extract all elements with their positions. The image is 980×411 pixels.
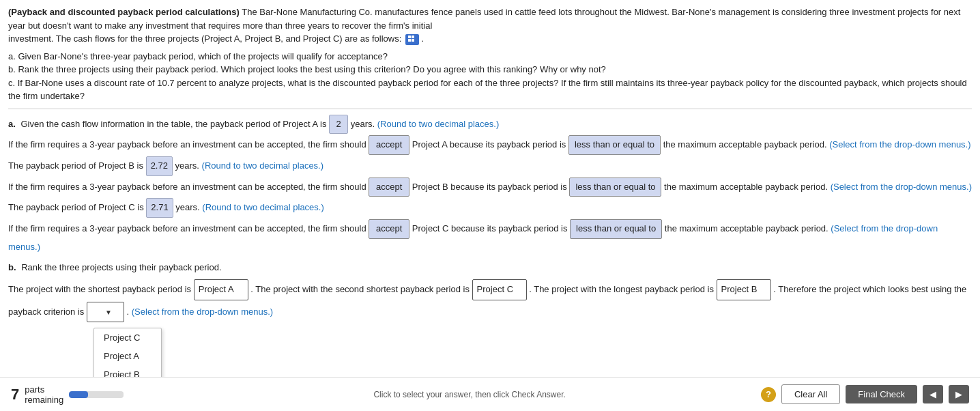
q4-mid: Project B because its payback period is xyxy=(412,182,567,192)
qb3-hint: (Select from the drop-down menus.) xyxy=(132,307,273,317)
dropdown-menu: Project C Project A Project B xyxy=(93,328,162,384)
nav-prev-button[interactable]: ◀ xyxy=(923,385,943,403)
q2-dropdown2[interactable]: less than or equal to xyxy=(568,135,661,155)
qb2-value2[interactable]: Project C xyxy=(472,279,527,300)
qb2-mid2: . The project with the longest payback p… xyxy=(529,284,714,294)
qb2-value1[interactable]: Project A xyxy=(194,279,248,300)
q4-dropdown1[interactable]: accept xyxy=(369,178,409,197)
q5-hint: (Round to two decimal places.) xyxy=(202,202,323,212)
intro-part-b: b. Rank the three projects using their p… xyxy=(8,63,972,76)
dropdown-item-project-a[interactable]: Project A xyxy=(94,347,161,365)
qb3-line: payback criterion is ▼ . (Select from th… xyxy=(8,302,972,323)
q6-mid: Project C because its payback period is xyxy=(412,223,568,233)
q4-prefix: If the firm requires a 3-year payback be… xyxy=(8,182,366,192)
parts-label2: remaining xyxy=(25,395,63,405)
progress-bar-fill xyxy=(69,391,88,398)
q3-hint: (Round to two decimal places.) xyxy=(202,160,323,171)
q2-hint: (Select from the drop-down menus.) xyxy=(829,139,970,150)
q3-line: The payback period of Project B is 2.72 … xyxy=(8,156,972,176)
q1-hint: (Round to two decimal places.) xyxy=(377,119,499,129)
intro-title: (Payback and discounted payback period c… xyxy=(8,7,240,17)
qb3-dropdown-value xyxy=(90,304,102,321)
q1-value[interactable]: 2 xyxy=(329,115,348,134)
q1-line: a. Given the cash flow information in th… xyxy=(8,115,972,134)
q6-dropdown1[interactable]: accept xyxy=(369,219,409,239)
q6-prefix: If the firm requires a 3-year payback be… xyxy=(8,223,366,233)
q3-suffix: years. xyxy=(175,160,199,171)
svg-rect-1 xyxy=(412,36,414,38)
q5-line: The payback period of Project C is 2.71 … xyxy=(8,198,972,218)
intro-part-c: c. If Bar-None uses a discount rate of 1… xyxy=(8,76,972,103)
qb2-mid: . The project with the second shortest p… xyxy=(250,284,470,294)
questions-section: a. Given the cash flow information in th… xyxy=(8,115,972,323)
qb2-suffix: . Therefore the project which looks best… xyxy=(773,284,966,294)
part-b-heading: b. Rank the three projects using their p… xyxy=(8,259,972,277)
chevron-down-icon: ▼ xyxy=(105,306,112,319)
q4-suffix: the maximum acceptable payback period. xyxy=(664,182,828,192)
svg-rect-3 xyxy=(412,39,414,42)
intro-text3: . xyxy=(422,33,424,44)
intro-section: (Payback and discounted payback period c… xyxy=(8,5,972,109)
part-b-label: b. xyxy=(8,262,16,272)
parts-label1: parts xyxy=(25,384,63,395)
parts-labels: parts remaining xyxy=(25,384,63,405)
click-hint: Click to select your answer, then click … xyxy=(124,390,761,399)
intro-part-a: a. Given Bar-None's three-year payback p… xyxy=(8,50,972,63)
bottom-bar: 7 parts remaining Click to select your a… xyxy=(0,377,980,411)
svg-rect-2 xyxy=(408,39,411,42)
q2-mid: Project A because its payback period is xyxy=(412,139,566,150)
qb3-dropdown[interactable]: ▼ xyxy=(87,302,124,323)
svg-rect-0 xyxy=(408,36,411,38)
qb2-line: The project with the shortest payback pe… xyxy=(8,279,972,300)
q5-prefix: The payback period of Project C is xyxy=(8,202,144,212)
q4-line: If the firm requires a 3-year payback be… xyxy=(8,178,972,197)
q2-prefix: If the firm requires a 3-year payback be… xyxy=(8,139,366,150)
table-grid-icon[interactable] xyxy=(405,34,419,45)
q3-prefix: The payback period of Project B is xyxy=(8,160,143,171)
q3-value[interactable]: 2.72 xyxy=(146,156,173,176)
bottom-right-controls: ? Clear All Final Check ◀ ▶ xyxy=(761,384,969,404)
final-check-button[interactable]: Final Check xyxy=(846,385,917,403)
qb3-period: . xyxy=(127,307,130,317)
q1-suffix: years. xyxy=(351,119,375,129)
q6-dropdown2[interactable]: less than or equal to xyxy=(570,219,662,239)
qb1-text: Rank the three projects using their payb… xyxy=(21,262,221,272)
q5-value[interactable]: 2.71 xyxy=(146,198,173,218)
q5-suffix: years. xyxy=(175,202,199,212)
q6-suffix: the maximum acceptable payback period. xyxy=(665,223,828,233)
qb2-prefix: The project with the shortest payback pe… xyxy=(8,284,191,294)
qb2-value3[interactable]: Project B xyxy=(717,279,771,300)
intro-line1: (Payback and discounted payback period c… xyxy=(8,5,972,32)
clear-all-button[interactable]: Clear All xyxy=(781,384,840,404)
parts-number: 7 xyxy=(11,387,19,402)
help-button[interactable]: ? xyxy=(761,387,776,402)
dropdown-item-project-c[interactable]: Project C xyxy=(94,328,161,347)
main-content: (Payback and discounted payback period c… xyxy=(0,0,980,378)
intro-text2: investment. The cash flows for the three… xyxy=(8,33,401,44)
q2-suffix: the maximum acceptable payback period. xyxy=(663,139,827,150)
qb3-prefix: payback criterion is xyxy=(8,307,84,317)
q4-dropdown2[interactable]: less than or equal to xyxy=(569,178,661,197)
part-a-label: a. xyxy=(8,119,16,129)
intro-line2: investment. The cash flows for the three… xyxy=(8,32,972,46)
q6-line: If the firm requires a 3-year payback be… xyxy=(8,219,972,255)
nav-next-button[interactable]: ▶ xyxy=(949,385,969,403)
parts-remaining-section: 7 parts remaining xyxy=(11,384,124,405)
progress-bar xyxy=(69,391,124,398)
q1-prefix: Given the cash flow information in the t… xyxy=(20,119,326,129)
q2-line: If the firm requires a 3-year payback be… xyxy=(8,135,972,155)
q4-hint: (Select from the drop-down menus.) xyxy=(831,182,972,192)
q2-dropdown1[interactable]: accept xyxy=(369,135,409,155)
